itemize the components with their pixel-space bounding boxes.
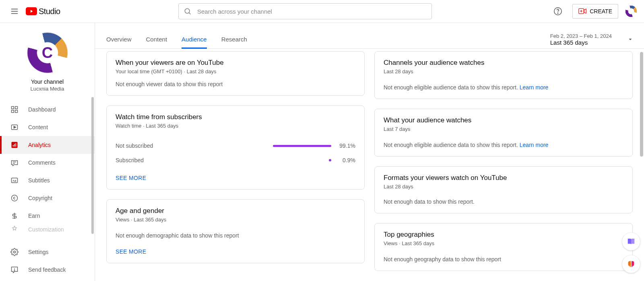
card-watch-time-subscribers: Watch time from subscribers Watch time ·… — [106, 105, 365, 190]
sidebar-item-label: Customization — [28, 226, 64, 233]
search-input[interactable]: Search across your channel — [178, 3, 432, 19]
bar-value: 99.1% — [335, 143, 355, 149]
sidebar-item-subtitles[interactable]: Subtitles — [0, 171, 95, 189]
svg-marker-33 — [629, 39, 632, 40]
svg-point-4 — [185, 8, 190, 13]
your-channel-label: Your channel — [0, 79, 95, 85]
bar-value: 0.9% — [335, 157, 355, 163]
sidebar-item-analytics[interactable]: Analytics — [0, 136, 95, 154]
tab-label: Content — [146, 36, 167, 43]
create-button[interactable]: CREATE — [572, 4, 618, 19]
sidebar-item-content[interactable]: Content — [0, 118, 95, 136]
svg-rect-12 — [12, 107, 14, 109]
sidebar-item-label: Analytics — [28, 142, 51, 148]
sidebar-item-feedback[interactable]: Send feedback — [0, 261, 95, 279]
date-range-line1: Feb 2, 2023 – Feb 1, 2024 — [550, 33, 612, 39]
svg-rect-14 — [12, 110, 14, 113]
help-button[interactable] — [550, 3, 566, 19]
tab-label: Audience — [182, 36, 207, 43]
channel-avatar[interactable]: C — [25, 30, 70, 75]
see-more-link[interactable]: SEE MORE — [116, 175, 355, 181]
tab-label: Overview — [106, 36, 132, 43]
sidebar-item-label: Content — [28, 124, 48, 130]
svg-rect-20 — [14, 144, 15, 147]
tab-overview[interactable]: Overview — [106, 36, 132, 48]
card-title: Formats your viewers watch on YouTube — [384, 174, 623, 182]
help-icon — [553, 7, 562, 16]
content-icon — [10, 122, 19, 132]
copyright-icon — [10, 193, 19, 203]
search-placeholder: Search across your channel — [197, 8, 272, 15]
card-empty-msg: Not enough eligible audience data to sho… — [384, 84, 623, 91]
card-empty-msg: Not enough demographic data to show this… — [116, 232, 355, 239]
bar-label: Subscribed — [116, 157, 240, 163]
chevron-down-icon — [628, 37, 633, 42]
card-title: When your viewers are on YouTube — [116, 59, 355, 67]
card-title: What your audience watches — [384, 116, 623, 124]
youtube-studio-logo[interactable]: Studio — [26, 7, 60, 16]
hamburger-menu-button[interactable] — [6, 3, 23, 19]
earn-icon — [10, 211, 19, 221]
card-age-gender: Age and gender Views · Last 365 days Not… — [106, 199, 365, 263]
bar-row-not-subscribed: Not subscribed 99.1% — [116, 138, 355, 153]
svg-point-29 — [12, 195, 18, 201]
sidebar-item-customization[interactable]: Customization — [0, 225, 95, 234]
sidebar-item-dashboard[interactable]: Dashboard — [0, 101, 95, 118]
sidebar-item-label: Settings — [28, 249, 49, 255]
float-guide-button[interactable] — [622, 233, 640, 250]
card-empty-msg: Not enough eligible audience data to sho… — [384, 142, 623, 148]
subtitles-icon — [10, 176, 19, 185]
card-formats-watched: Formats your viewers watch on YouTube La… — [374, 166, 633, 213]
card-subtitle: Views · Last 365 days — [116, 217, 355, 223]
sidebar-scrollbar[interactable] — [91, 97, 94, 234]
channel-name: Lucxnia Media — [0, 86, 95, 92]
main-scrollbar[interactable] — [640, 52, 643, 157]
card-top-geographies: Top geographies Views · Last 365 days No… — [374, 223, 633, 271]
svg-line-5 — [189, 12, 190, 14]
svg-point-32 — [14, 271, 14, 271]
customization-icon — [10, 225, 19, 234]
sidebar-item-label: Subtitles — [28, 177, 50, 184]
tab-content[interactable]: Content — [146, 36, 167, 48]
svg-rect-15 — [15, 110, 18, 113]
tab-audience[interactable]: Audience — [182, 36, 207, 48]
sidebar-item-earn[interactable]: Earn — [0, 207, 95, 225]
dashboard-icon — [10, 105, 19, 114]
logo-text: Studio — [39, 7, 60, 16]
sidebar-item-label: Send feedback — [28, 267, 66, 273]
svg-rect-19 — [13, 145, 14, 147]
empty-text: Not enough eligible audience data to sho… — [384, 142, 520, 148]
search-icon — [184, 7, 192, 15]
card-subtitle: Last 7 days — [384, 126, 623, 132]
card-empty-msg: Not enough data to show this report. — [384, 198, 623, 205]
empty-text: Not enough eligible audience data to sho… — [384, 84, 520, 91]
account-avatar[interactable] — [625, 5, 638, 18]
feedback-icon — [10, 265, 19, 275]
sidebar-item-label: Dashboard — [28, 106, 56, 113]
brain-icon — [627, 260, 636, 269]
create-video-icon — [578, 7, 586, 15]
card-subtitle: Last 28 days — [384, 184, 623, 190]
card-title: Top geographies — [384, 231, 623, 239]
date-range-selector[interactable]: Feb 2, 2023 – Feb 1, 2024 Last 365 days — [550, 33, 633, 48]
sidebar-item-label: Comments — [28, 159, 56, 166]
float-brain-button[interactable] — [622, 255, 640, 273]
card-empty-msg: Not enough geography data to show this r… — [384, 256, 623, 262]
card-channels-watched: Channels your audience watches Last 28 d… — [374, 51, 633, 99]
book-open-icon — [627, 237, 636, 246]
tab-research[interactable]: Research — [221, 36, 247, 48]
sidebar-item-label: Earn — [28, 213, 40, 219]
card-viewers-on-youtube: When your viewers are on YouTube Your lo… — [106, 51, 365, 96]
svg-rect-21 — [16, 143, 17, 147]
card-what-audience-watches: What your audience watches Last 7 days N… — [374, 109, 633, 157]
card-empty-msg: Not enough viewer data to show this repo… — [116, 81, 355, 87]
learn-more-link[interactable]: Learn more — [520, 84, 549, 91]
card-subtitle: Your local time (GMT +0100) · Last 28 da… — [116, 68, 355, 74]
sidebar-item-comments[interactable]: Comments — [0, 154, 95, 171]
see-more-link[interactable]: SEE MORE — [116, 248, 355, 255]
comments-icon — [10, 158, 19, 167]
sidebar-item-copyright[interactable]: Copyright — [0, 189, 95, 207]
learn-more-link[interactable]: Learn more — [520, 142, 549, 148]
sidebar-item-settings[interactable]: Settings — [0, 243, 95, 261]
svg-marker-9 — [584, 9, 586, 13]
